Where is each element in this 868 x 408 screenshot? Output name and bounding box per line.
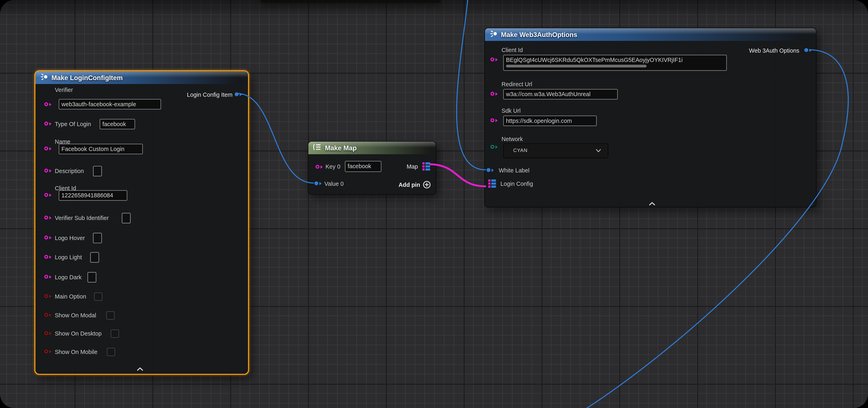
logo-light-label: Logo Light	[55, 254, 82, 261]
network-dropdown[interactable]: CYAN	[503, 143, 608, 158]
network-pin[interactable]	[491, 144, 497, 150]
logo-hover-pin[interactable]	[44, 234, 51, 240]
redirect-url-pin[interactable]	[491, 91, 497, 97]
type-of-login-input[interactable]: facebook	[100, 119, 135, 129]
node-title: Make Map	[325, 144, 357, 152]
wire-map-to-loginconfig[interactable]	[430, 164, 486, 186]
show-on-desktop-checkbox[interactable]	[111, 330, 119, 338]
type-of-login-label: Type Of Login	[55, 121, 91, 128]
network-selected-value: CYAN	[513, 147, 528, 153]
node-title: Make LoginConfigItem	[52, 74, 123, 81]
redirect-url-input[interactable]: w3a://com.w3a.Web3AuthUnreal	[503, 89, 618, 100]
show-on-desktop-label: Show On Desktop	[55, 330, 101, 337]
main-option-pin[interactable]	[44, 293, 51, 299]
node-header-make-web3authoptions[interactable]: Make Web3AuthOptions	[485, 28, 816, 41]
logo-light-input[interactable]	[90, 252, 99, 263]
verifier-input[interactable]: web3auth-facebook-example	[59, 99, 161, 109]
add-pin-icon[interactable]	[423, 181, 431, 191]
show-on-mobile-label: Show On Mobile	[55, 348, 97, 355]
w3a-client-id-pin[interactable]	[491, 57, 497, 63]
logo-light-pin[interactable]	[44, 254, 51, 260]
sdk-url-pin[interactable]	[491, 117, 497, 123]
node-make-loginconfigitem[interactable]: Make LoginConfigItem Verifier web3auth-f…	[34, 70, 249, 375]
chevron-down-icon	[596, 149, 601, 152]
login-config-pin[interactable]	[488, 179, 496, 188]
add-pin-button[interactable]: Add pin	[399, 181, 420, 189]
client-id-scrollbar[interactable]	[506, 65, 647, 68]
logo-dark-label: Logo Dark	[55, 274, 82, 281]
wire-top-to-whitelabel[interactable]	[457, 0, 486, 170]
login-config-label: Login Config	[500, 180, 533, 188]
redirect-url-label: Redirect Url	[501, 81, 532, 88]
white-label-label: White Label	[499, 167, 530, 174]
collapse-node-button[interactable]	[136, 364, 144, 368]
show-on-modal-label: Show On Modal	[55, 312, 96, 319]
key0-pin[interactable]	[315, 164, 322, 170]
node-make-map[interactable]: Make Map Key 0 facebook Map Value 0 Add …	[308, 141, 436, 195]
make-map-icon	[313, 144, 322, 152]
map-output-pin[interactable]	[423, 162, 430, 171]
logo-hover-input[interactable]	[93, 233, 102, 243]
w3a-client-id-text: BEglQSgt4cUWcj6SKRdu5QkOXTsePmMcusG5EAoy…	[506, 57, 683, 63]
verifier-sub-identifier-input[interactable]	[122, 213, 131, 224]
key0-input[interactable]: facebook	[345, 161, 381, 172]
login-config-item-output-pin[interactable]	[235, 91, 242, 97]
w3a-client-id-input[interactable]: BEglQSgt4cUWcj6SKRdu5QkOXTsePmMcusG5EAoy…	[503, 55, 727, 71]
web3auth-options-output-label: Web 3Auth Options	[749, 47, 799, 54]
logo-dark-pin[interactable]	[44, 274, 51, 280]
make-struct-icon	[489, 30, 498, 39]
node-make-web3authoptions[interactable]: Make Web3AuthOptions Client Id BEglQSgt4…	[485, 28, 816, 207]
main-option-checkbox[interactable]	[94, 293, 102, 301]
w3a-client-id-label: Client Id	[501, 46, 523, 54]
client-id-input[interactable]: 1222658941886084	[59, 190, 127, 201]
collapse-node-button[interactable]	[648, 199, 656, 203]
login-config-item-output-label: Login Config Item	[187, 91, 232, 99]
verifier-sub-identifier-pin[interactable]	[44, 214, 51, 220]
description-pin[interactable]	[44, 168, 51, 174]
value0-label: Value 0	[324, 180, 344, 188]
value0-pin[interactable]	[314, 180, 321, 186]
node-header-make-loginconfigitem[interactable]: Make LoginConfigItem	[35, 71, 248, 84]
make-struct-icon	[40, 73, 48, 82]
sdk-url-label: Sdk Url	[501, 107, 521, 114]
map-output-label: Map	[407, 163, 418, 170]
show-on-mobile-pin[interactable]	[44, 348, 51, 354]
verifier-label: Verifier	[55, 86, 73, 94]
client-id-pin[interactable]	[44, 192, 51, 198]
show-on-modal-checkbox[interactable]	[106, 311, 115, 319]
offscreen-node-above[interactable]	[260, 0, 441, 3]
description-input[interactable]	[93, 166, 102, 176]
main-option-label: Main Option	[55, 293, 86, 300]
white-label-pin[interactable]	[487, 167, 494, 173]
node-header-make-map[interactable]: Make Map	[308, 141, 436, 154]
description-label: Description	[55, 168, 84, 175]
network-label: Network	[501, 135, 523, 143]
type-of-login-pin[interactable]	[44, 121, 51, 127]
show-on-desktop-pin[interactable]	[44, 330, 51, 336]
verifier-sub-identifier-label: Verifier Sub Identifier	[55, 214, 108, 222]
show-on-modal-pin[interactable]	[44, 312, 51, 318]
verifier-pin[interactable]	[44, 101, 51, 107]
name-pin[interactable]	[44, 145, 51, 151]
show-on-mobile-checkbox[interactable]	[107, 348, 115, 356]
node-title: Make Web3AuthOptions	[501, 31, 577, 38]
logo-dark-input[interactable]	[88, 272, 96, 282]
blueprint-editor: Make LoginConfigItem Verifier web3auth-f…	[0, 0, 868, 408]
graph-canvas[interactable]: Make LoginConfigItem Verifier web3auth-f…	[0, 0, 868, 408]
logo-hover-label: Logo Hover	[55, 234, 85, 242]
name-input[interactable]: Facebook Custom Login	[59, 144, 143, 154]
key0-label: Key 0	[326, 163, 340, 170]
sdk-url-input[interactable]: https://sdk.openlogin.com	[503, 115, 597, 126]
